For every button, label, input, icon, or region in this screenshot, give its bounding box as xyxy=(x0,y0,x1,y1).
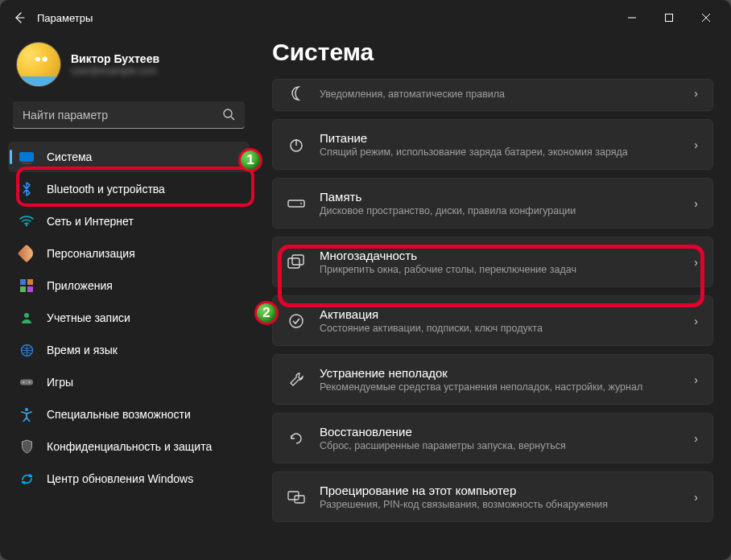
card-recovery[interactable]: ВосстановлениеСброс, расширенные парамет… xyxy=(272,413,713,463)
svg-rect-12 xyxy=(288,258,299,268)
card-sub: Спящий режим, использование заряда батар… xyxy=(320,146,679,158)
avatar xyxy=(16,42,61,87)
card-projecting[interactable]: Проецирование на этот компьютерРазрешени… xyxy=(272,471,713,522)
card-storage[interactable]: ПамятьДисковое пространство, диски, прав… xyxy=(272,178,713,229)
check-circle-icon xyxy=(287,312,305,330)
card-title: Устранение неполадок xyxy=(320,366,679,380)
sidebar-item-time-language[interactable]: Время и язык xyxy=(8,335,250,365)
card-sub: Дисковое пространство, диски, правила ко… xyxy=(320,205,679,216)
sidebar-item-network[interactable]: Сеть и Интернет xyxy=(8,206,250,237)
svg-rect-0 xyxy=(666,14,673,22)
chevron-right-icon: › xyxy=(694,373,698,386)
sidebar-item-label: Сеть и Интернет xyxy=(47,215,134,228)
close-button[interactable] xyxy=(688,5,725,31)
apps-icon xyxy=(19,278,34,293)
minimize-icon xyxy=(628,14,636,22)
maximize-icon xyxy=(665,14,673,22)
arrow-left-icon xyxy=(13,11,26,24)
sidebar: Виктор Бухтеев user@example.com Система xyxy=(0,35,258,560)
card-sub: Прикрепить окна, рабочие столы, переключ… xyxy=(320,264,679,275)
svg-point-8 xyxy=(25,408,28,411)
profile-block[interactable]: Виктор Бухтеев user@example.com xyxy=(8,35,250,101)
card-sub: Разрешения, PIN-код связывания, возможно… xyxy=(320,499,679,510)
chevron-right-icon: › xyxy=(694,315,698,327)
sidebar-item-label: Персонализация xyxy=(47,247,135,260)
close-icon xyxy=(702,14,710,22)
globe-clock-icon xyxy=(19,343,34,357)
card-sub: Рекомендуемые средства устранения непола… xyxy=(320,381,679,393)
card-title: Восстановление xyxy=(320,425,679,439)
sidebar-item-bluetooth[interactable]: Bluetooth и устройства xyxy=(8,174,250,204)
wrench-icon xyxy=(287,371,305,389)
sidebar-item-apps[interactable]: Приложения xyxy=(8,270,250,301)
sidebar-item-label: Bluetooth и устройства xyxy=(47,183,165,196)
svg-point-11 xyxy=(300,203,302,204)
storage-icon xyxy=(287,195,305,212)
svg-point-14 xyxy=(290,315,303,327)
sidebar-item-label: Специальные возможности xyxy=(47,408,191,421)
main-panel: Система Уведомления, автоматические прав… xyxy=(258,35,731,560)
chevron-right-icon: › xyxy=(694,432,698,445)
svg-rect-13 xyxy=(292,255,304,265)
user-icon xyxy=(19,311,34,325)
svg-rect-5 xyxy=(20,379,33,385)
svg-point-3 xyxy=(24,313,29,318)
titlebar: Параметры xyxy=(0,0,731,35)
card-sub: Уведомления, автоматические правила xyxy=(320,89,679,100)
card-power[interactable]: ПитаниеСпящий режим, использование заряд… xyxy=(272,119,713,170)
card-title: Проецирование на этот компьютер xyxy=(320,484,679,497)
sidebar-item-label: Система xyxy=(47,150,92,163)
bluetooth-icon xyxy=(19,182,34,196)
card-troubleshoot[interactable]: Устранение неполадокРекомендуемые средст… xyxy=(272,354,713,405)
minimize-button[interactable] xyxy=(613,5,650,31)
card-title: Активация xyxy=(320,307,679,321)
chevron-right-icon: › xyxy=(694,87,698,100)
card-sub: Сброс, расширенные параметры запуска, ве… xyxy=(320,440,679,451)
moon-icon xyxy=(287,84,305,102)
shield-icon xyxy=(19,439,34,454)
sidebar-item-label: Конфиденциальность и защита xyxy=(47,440,212,453)
sidebar-item-accounts[interactable]: Учетные записи xyxy=(8,303,250,333)
svg-point-6 xyxy=(23,381,25,383)
card-activation[interactable]: АктивацияСостояние активации, подписки, … xyxy=(272,295,713,346)
project-icon xyxy=(287,488,305,506)
monitor-icon xyxy=(19,150,34,164)
sidebar-item-personalization[interactable]: Персонализация xyxy=(8,238,250,269)
sidebar-item-privacy[interactable]: Конфиденциальность и защита xyxy=(8,431,250,462)
card-title: Многозадачность xyxy=(320,249,679,262)
profile-name: Виктор Бухтеев xyxy=(71,52,159,65)
sidebar-item-label: Центр обновления Windows xyxy=(47,472,193,485)
chevron-right-icon: › xyxy=(694,256,698,269)
sidebar-item-label: Учетные записи xyxy=(47,311,130,324)
accessibility-icon xyxy=(19,407,34,422)
window-title: Параметры xyxy=(37,12,93,24)
sidebar-item-gaming[interactable]: Игры xyxy=(8,367,250,397)
maximize-button[interactable] xyxy=(650,5,688,31)
update-icon xyxy=(19,471,34,486)
history-icon xyxy=(287,430,305,447)
window-controls xyxy=(613,5,725,31)
power-icon xyxy=(287,136,305,154)
sidebar-item-windows-update[interactable]: Центр обновления Windows xyxy=(8,463,250,494)
settings-window: Параметры Виктор Бухтеев user@example.co… xyxy=(0,0,731,560)
multitask-icon xyxy=(287,253,305,271)
sidebar-item-label: Приложения xyxy=(47,279,113,292)
back-button[interactable] xyxy=(6,5,32,31)
profile-email: user@example.com xyxy=(71,65,159,76)
chevron-right-icon: › xyxy=(694,491,698,504)
sidebar-item-accessibility[interactable]: Специальные возможности xyxy=(8,399,250,430)
card-title: Память xyxy=(320,190,679,204)
page-heading: Система xyxy=(272,39,713,66)
card-title: Питание xyxy=(320,131,679,145)
chevron-right-icon: › xyxy=(694,197,698,210)
sidebar-item-label: Игры xyxy=(47,376,73,389)
brush-icon xyxy=(19,246,34,261)
sidebar-item-label: Время и язык xyxy=(47,344,118,356)
card-focus-assist[interactable]: Уведомления, автоматические правила › xyxy=(272,79,713,111)
svg-point-1 xyxy=(224,109,232,117)
search-icon xyxy=(222,108,235,124)
sidebar-item-system[interactable]: Система xyxy=(8,142,250,172)
search-input[interactable] xyxy=(13,101,245,129)
chevron-right-icon: › xyxy=(694,138,698,151)
card-multitasking[interactable]: МногозадачностьПрикрепить окна, рабочие … xyxy=(272,237,713,287)
